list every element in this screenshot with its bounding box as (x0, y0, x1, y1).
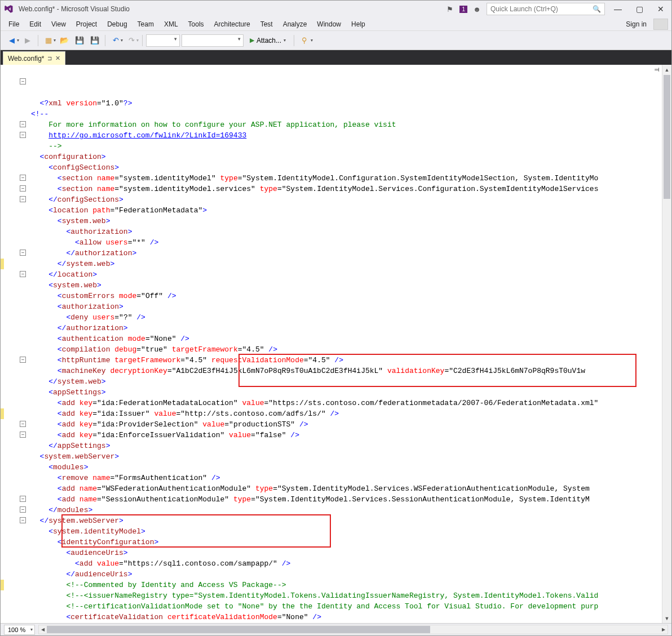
code-line[interactable]: <add key="ida:EnforceIssuerValidation" v… (31, 430, 662, 441)
save-all-button[interactable]: 💾 (88, 34, 101, 47)
code-line[interactable]: <identityConfiguration> (31, 537, 662, 548)
code-line[interactable]: <add value="https://sql1.contoso.com/sam… (31, 558, 662, 569)
feedback-icon[interactable]: ☻ (472, 4, 482, 14)
code-line[interactable]: <location path="FederationMetadata"> (31, 205, 662, 216)
code-line[interactable]: <authentication mode="None" /> (31, 333, 662, 344)
hscroll-thumb[interactable] (47, 626, 430, 633)
find-in-files-button[interactable]: ⚲ (298, 34, 311, 47)
code-line[interactable]: <appSettings> (31, 387, 662, 398)
outline-toggle[interactable]: − (20, 271, 26, 277)
scroll-up-arrow[interactable]: ▲ (662, 65, 671, 74)
save-button[interactable]: 💾 (73, 34, 86, 47)
outline-toggle[interactable]: − (20, 517, 26, 523)
zoom-dropdown[interactable]: 100 % (4, 625, 35, 635)
menu-project[interactable]: Project (72, 19, 101, 30)
outline-toggle[interactable]: − (20, 496, 26, 502)
flag-icon[interactable]: ⚑ (445, 4, 455, 14)
nav-forward-button[interactable]: ▶ (21, 34, 34, 47)
horizontal-scrollbar[interactable]: ◀ ▶ (38, 625, 668, 634)
menu-help[interactable]: Help (347, 19, 370, 30)
code-line[interactable]: <customErrors mode="Off" /> (31, 291, 662, 301)
quick-launch-input[interactable] (490, 5, 589, 13)
code-line[interactable]: <system.identityModel> (31, 526, 662, 537)
outline-toggle[interactable]: − (20, 250, 26, 256)
outline-toggle[interactable]: − (20, 185, 26, 192)
menu-xml[interactable]: XML (160, 19, 183, 30)
scroll-down-arrow[interactable]: ▼ (662, 613, 671, 623)
outline-toggle[interactable]: − (20, 175, 26, 181)
notification-badge[interactable]: 1 (459, 6, 467, 13)
code-line[interactable]: <!--<issuerNameRegistry type="System.Ide… (31, 590, 662, 601)
tab-close-button[interactable]: ✕ (55, 55, 60, 62)
quick-launch[interactable]: 🔍 (487, 3, 605, 15)
scroll-right-arrow[interactable]: ▶ (660, 625, 667, 634)
code-line[interactable]: For more information on how to configure… (31, 119, 662, 130)
minimize-button[interactable]: — (609, 3, 626, 15)
split-editor-icon[interactable]: ⫤ (653, 66, 661, 74)
menu-test[interactable]: Test (256, 19, 277, 30)
sign-in-link[interactable]: Sign in (620, 19, 652, 30)
user-avatar-placeholder[interactable] (653, 19, 668, 30)
solution-config-dropdown[interactable] (146, 34, 180, 47)
outline-toggle[interactable]: − (20, 421, 26, 427)
code-line[interactable]: <system.web> (31, 280, 662, 291)
menu-tools[interactable]: Tools (184, 19, 209, 30)
code-line[interactable]: <add key="ida:ProviderSelection" value="… (31, 419, 662, 430)
code-line[interactable]: --> (31, 141, 662, 152)
code-line[interactable]: <add key="ida:FederationMetadataLocation… (31, 398, 662, 408)
code-line[interactable]: <compilation debug="true" targetFramewor… (31, 344, 662, 355)
code-line[interactable]: <audienceUris> (31, 548, 662, 558)
code-line[interactable]: <configSections> (31, 162, 662, 173)
solution-platform-dropdown[interactable] (182, 34, 244, 47)
menu-view[interactable]: View (47, 19, 70, 30)
menu-analyze[interactable]: Analyze (278, 19, 312, 30)
code-line[interactable]: <allow users="*" /> (31, 237, 662, 248)
code-line[interactable]: <authorization> (31, 301, 662, 312)
tab-web-config[interactable]: Web.config* ⊐ ✕ (3, 51, 65, 65)
menu-file[interactable]: File (4, 19, 24, 30)
code-line[interactable]: </system.web> (31, 376, 662, 387)
code-line[interactable]: </authorization> (31, 248, 662, 259)
code-line[interactable]: </system.web> (31, 259, 662, 269)
code-line[interactable]: <!--Commented by Identity and Access VS … (31, 580, 662, 590)
code-line[interactable]: </audienceUris> (31, 569, 662, 580)
attach-debugger-button[interactable]: ▶ Attach... ▾ (245, 34, 290, 47)
code-line[interactable]: <machineKey decryptionKey="A1bC2dE3fH4iJ… (31, 366, 662, 376)
code-line[interactable]: <remove name="FormsAuthentication" /> (31, 473, 662, 483)
code-line[interactable]: <section name="system.identityModel.serv… (31, 184, 662, 194)
maximize-button[interactable]: ▢ (631, 3, 648, 15)
code-line[interactable]: <certificateValidation certificateValida… (31, 612, 662, 622)
code-line[interactable]: </modules> (31, 505, 662, 515)
code-line[interactable]: <configuration> (31, 152, 662, 162)
close-button[interactable]: ✕ (652, 3, 669, 15)
code-line[interactable]: <httpRuntime targetFramework="4.5" reque… (31, 355, 662, 366)
scroll-thumb[interactable] (664, 75, 670, 199)
outline-toggle[interactable]: − (20, 357, 26, 363)
code-line[interactable]: <!-- (31, 109, 662, 119)
menu-architecture[interactable]: Architecture (210, 19, 255, 30)
code-line[interactable]: </configSections> (31, 194, 662, 205)
code-line[interactable]: </authorization> (31, 323, 662, 333)
code-line[interactable]: <system.web> (31, 216, 662, 226)
code-line[interactable]: <modules> (31, 462, 662, 473)
menu-window[interactable]: Window (312, 19, 346, 30)
vertical-scrollbar[interactable]: ▲ ▼ (662, 65, 671, 623)
code-editor[interactable]: −−−−−−−−−−−−−− ⫤ <?xml version="1.0"?><!… (1, 65, 671, 623)
menu-team[interactable]: Team (133, 19, 158, 30)
code-line[interactable]: <?xml version="1.0"?> (31, 98, 662, 109)
menu-edit[interactable]: Edit (25, 19, 46, 30)
code-line[interactable]: http://go.microsoft.com/fwlink/?LinkId=1… (31, 130, 662, 141)
code-line[interactable]: <add name="SessionAuthenticationModule" … (31, 494, 662, 505)
code-line[interactable]: <section name="system.identityModel" typ… (31, 173, 662, 184)
outline-toggle[interactable]: − (20, 432, 26, 438)
outline-toggle[interactable]: − (20, 132, 26, 138)
scroll-left-arrow[interactable]: ◀ (39, 625, 47, 634)
code-line[interactable]: </appSettings> (31, 441, 662, 451)
open-file-button[interactable]: 📂 (58, 34, 71, 47)
code-line[interactable]: <add key="ida:Issuer" value="http://sts.… (31, 408, 662, 419)
code-line[interactable]: <add name="WSFederationAuthenticationMod… (31, 483, 662, 494)
code-line[interactable]: <!--certificationValidationMode set to "… (31, 601, 662, 612)
code-line[interactable]: <deny users="?" /> (31, 312, 662, 323)
outline-toggle[interactable]: − (20, 196, 26, 202)
code-line[interactable]: <system.webServer> (31, 451, 662, 462)
